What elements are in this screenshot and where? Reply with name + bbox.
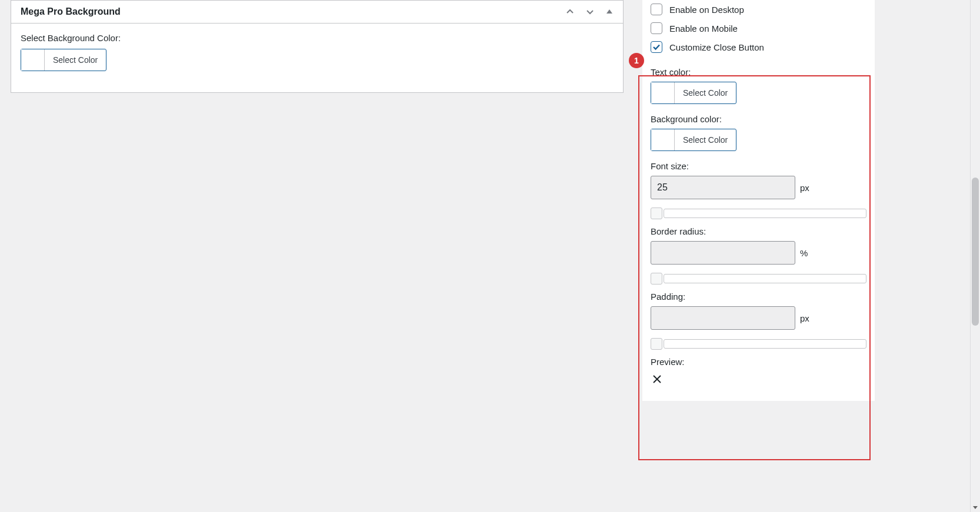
border-radius-slider[interactable]: [651, 273, 866, 283]
text-color-label: Text color:: [651, 67, 866, 77]
color-swatch: [21, 49, 45, 71]
padding-slider-handle[interactable]: [651, 338, 662, 350]
panel-title: Mega Pro Background: [21, 6, 121, 17]
padding-field: Padding: px: [651, 292, 866, 349]
enable-desktop-label: Enable on Desktop: [669, 5, 744, 15]
bg-color-btn-label: Select Color: [675, 129, 736, 150]
font-size-input[interactable]: [651, 176, 795, 199]
vertical-scrollbar[interactable]: [970, 0, 980, 512]
scrollbar-thumb[interactable]: [972, 178, 979, 326]
bg-color-button[interactable]: Select Color: [651, 129, 736, 151]
select-color-label: Select Color: [45, 49, 106, 71]
font-size-field: Font size: px: [651, 161, 866, 218]
panel-body: Select Background Color: Select Color: [11, 24, 623, 92]
svg-marker-3: [973, 506, 978, 509]
enable-mobile-row[interactable]: Enable on Mobile: [642, 19, 875, 38]
font-size-unit: px: [800, 183, 809, 193]
collapse-icon[interactable]: [605, 7, 614, 16]
mega-pro-background-panel: Mega Pro Background Select Background Co…: [11, 0, 624, 93]
customize-close-settings: Text color: Select Color Background colo…: [642, 56, 875, 401]
enable-desktop-checkbox[interactable]: [651, 4, 662, 15]
select-bg-color-label: Select Background Color:: [21, 33, 614, 43]
padding-slider-track: [664, 339, 866, 349]
customize-close-row[interactable]: Customize Close Button: [642, 38, 875, 56]
text-color-button[interactable]: Select Color: [651, 82, 736, 104]
text-color-btn-label: Select Color: [675, 82, 736, 103]
border-radius-label: Border radius:: [651, 226, 866, 236]
panel-header: Mega Pro Background: [11, 1, 623, 24]
move-down-icon[interactable]: [585, 7, 595, 16]
padding-label: Padding:: [651, 292, 866, 302]
border-radius-input[interactable]: [651, 241, 795, 265]
border-radius-unit: %: [800, 248, 808, 258]
select-bg-color-button[interactable]: Select Color: [21, 49, 106, 71]
font-size-slider-handle[interactable]: [651, 208, 662, 219]
padding-unit: px: [800, 313, 809, 323]
enable-mobile-checkbox[interactable]: [651, 22, 662, 34]
panel-controls: [565, 7, 614, 16]
font-size-slider-track: [664, 209, 866, 218]
svg-marker-0: [606, 9, 612, 14]
customize-close-checkbox[interactable]: [651, 41, 662, 53]
text-color-field: Text color: Select Color: [651, 67, 866, 106]
bg-color-swatch: [651, 129, 675, 150]
annotation-badge-1: 1: [629, 53, 644, 68]
move-up-icon[interactable]: [565, 7, 575, 16]
border-radius-field: Border radius: %: [651, 226, 866, 283]
font-size-label: Font size:: [651, 161, 866, 171]
preview-label: Preview:: [651, 357, 866, 367]
padding-slider[interactable]: [651, 338, 866, 349]
border-radius-slider-handle[interactable]: [651, 273, 662, 285]
bg-color-label: Background color:: [651, 114, 866, 124]
enable-desktop-row[interactable]: Enable on Desktop: [642, 0, 875, 19]
preview-field: Preview:: [651, 357, 866, 387]
customize-close-label: Customize Close Button: [669, 42, 764, 52]
padding-input[interactable]: [651, 306, 795, 330]
border-radius-slider-track: [664, 274, 866, 283]
font-size-slider[interactable]: [651, 208, 866, 218]
scrollbar-down-arrow-icon[interactable]: [970, 502, 980, 512]
enable-mobile-label: Enable on Mobile: [669, 24, 738, 34]
bg-color-field: Background color: Select Color: [651, 114, 866, 153]
text-color-swatch: [651, 82, 675, 103]
preview-close-icon: [651, 374, 866, 387]
close-button-options-panel: Enable on Desktop Enable on Mobile Custo…: [642, 0, 875, 401]
